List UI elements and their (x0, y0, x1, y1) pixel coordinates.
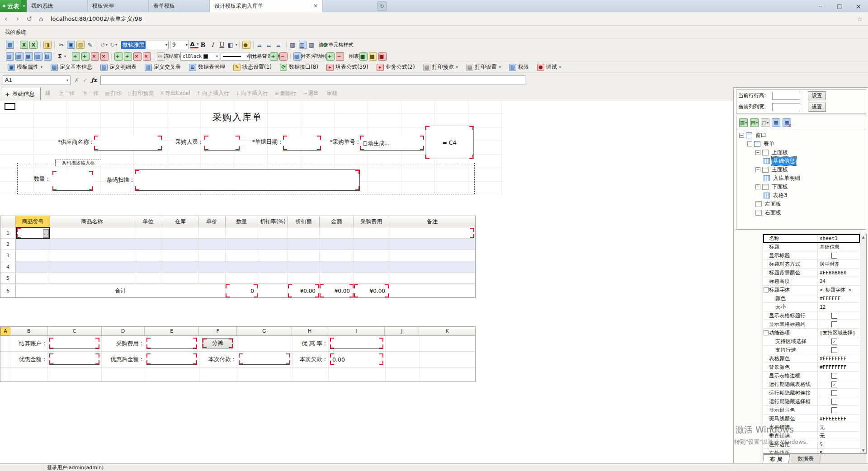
property-row[interactable]: 功能选项 [支持区域选择] (763, 329, 860, 337)
property-value[interactable] (818, 372, 860, 380)
forward-icon[interactable]: › (12, 15, 24, 23)
property-value[interactable]: sheet1 (818, 234, 860, 242)
property-value[interactable] (818, 389, 860, 397)
table-cell[interactable] (50, 239, 134, 250)
debug-button[interactable]: ● 调试 (535, 63, 563, 71)
url-text[interactable]: localhost:88/10002/表单定义/98 (51, 15, 142, 23)
remove-floating-image-icon[interactable]: − (336, 52, 344, 61)
delete-row-icon[interactable]: × (133, 52, 142, 61)
tree-expander-icon[interactable] (755, 184, 760, 189)
insert-row-below-button[interactable]: ↓ 向下插入行 (236, 89, 268, 97)
delete-grid-icon[interactable]: ▦ (783, 118, 791, 127)
align-left-icon[interactable]: ≡ (256, 41, 264, 49)
column-letter[interactable]: B (10, 327, 48, 335)
column-header[interactable]: 单位 (134, 216, 162, 227)
audit-button[interactable]: 审核 (326, 89, 338, 97)
purchase-fee-cell[interactable] (145, 336, 199, 351)
tab-refresh-icon[interactable]: ↻ (377, 1, 387, 11)
font-family-select[interactable]: 微软雅黑▾ (119, 41, 169, 49)
add-floating-image-icon[interactable]: + (326, 52, 335, 61)
tree-expander-icon[interactable] (755, 150, 760, 155)
table-cell[interactable] (198, 227, 226, 238)
underline-icon[interactable]: U (219, 41, 227, 49)
row-height-input[interactable] (772, 92, 800, 100)
table-cell[interactable] (134, 273, 162, 283)
totals-amount-cell[interactable]: ¥0.00 (320, 284, 354, 297)
freeze-panes-button[interactable]: 冻结窗格 (171, 52, 179, 61)
sheet-cell[interactable] (102, 367, 145, 382)
column-header[interactable]: 商品货号 (16, 216, 50, 227)
sheet-cell[interactable] (420, 367, 476, 382)
table-cell[interactable] (16, 261, 50, 272)
save-icon[interactable]: ▦ (6, 41, 14, 49)
property-row[interactable]: 左外边距 5 (763, 440, 860, 449)
column-letter[interactable]: A (0, 327, 10, 335)
property-scrollbar[interactable]: ▲ ▼ (860, 234, 866, 453)
tree-item-label[interactable]: 入库单明细 (772, 174, 802, 183)
settle-account-input[interactable] (49, 338, 99, 349)
remove-chart-icon[interactable]: ▆ (378, 52, 387, 61)
table-cell[interactable] (198, 250, 226, 261)
table-row[interactable]: 3 (0, 250, 475, 261)
property-expander-icon[interactable] (763, 277, 769, 285)
merge-across-icon[interactable]: ▤ (15, 52, 24, 61)
property-row[interactable]: 标题背景颜色 #FF808080 (763, 268, 860, 277)
insert-function-icon[interactable]: ƒx (91, 77, 97, 83)
table-cell[interactable] (198, 261, 226, 272)
row-number[interactable]: 5 (0, 273, 16, 283)
tree-item-label[interactable]: 窗口 (754, 131, 768, 140)
quantity-input[interactable] (52, 171, 93, 191)
property-value[interactable]: 12 (818, 303, 860, 311)
property-value[interactable] (818, 337, 860, 345)
back-icon[interactable]: ‹ (0, 15, 12, 23)
payment-cell[interactable] (237, 352, 292, 367)
property-row[interactable]: 显示标题 (763, 251, 860, 260)
line-style-select[interactable]: ▾ (221, 52, 250, 61)
form-title[interactable]: 采购入库单 (45, 111, 429, 126)
tree-item-label[interactable]: 基础信息 (772, 157, 796, 165)
table-cell[interactable] (134, 239, 162, 250)
tree-item-label[interactable]: 上面板 (770, 148, 789, 157)
delete-row2-icon[interactable]: × (143, 52, 151, 61)
table-cell[interactable] (288, 239, 320, 250)
delete-column2-icon[interactable]: × (100, 52, 108, 61)
settle-account-cell[interactable] (48, 336, 102, 351)
column-header[interactable]: 数量 (226, 216, 258, 227)
property-value[interactable]: #FFFFFFFF (818, 354, 860, 363)
print-preview-button[interactable]: ▯ 打印预览 (128, 89, 154, 97)
tree-item-label[interactable]: 左面板 (764, 200, 783, 208)
table-cell[interactable] (50, 273, 134, 283)
tree-item-label[interactable]: 右面板 (764, 208, 783, 217)
property-expander-icon[interactable] (763, 286, 769, 294)
property-value[interactable]: 5 (818, 440, 860, 448)
property-expander-icon[interactable] (763, 320, 769, 328)
table-cell[interactable] (320, 250, 354, 261)
property-row[interactable]: 显示表格边框 (763, 372, 860, 380)
table-cell[interactable] (162, 239, 198, 250)
discount-amount-input[interactable] (49, 353, 99, 365)
property-value[interactable] (818, 397, 860, 405)
sheet-cell[interactable] (145, 367, 199, 382)
after-discount-input[interactable] (146, 353, 197, 365)
tree-item-bottom-panel[interactable]: 下面板 (736, 183, 866, 191)
totals-fee-cell[interactable]: ¥0.00 (354, 284, 389, 297)
property-value[interactable] (818, 406, 860, 414)
prev-sheet-button[interactable]: 上一张 (57, 89, 75, 97)
move-handle-icon[interactable]: + (5, 91, 10, 98)
tree-expander-icon[interactable] (755, 167, 760, 172)
merge-cells-icon[interactable]: ▥ (6, 52, 14, 61)
tree-item-inbound-detail[interactable]: 入库单明细 (736, 174, 866, 183)
selected-product-code-cell[interactable]: … (16, 227, 50, 239)
tree-item-label[interactable]: 主面板 (770, 165, 789, 174)
confirm-entry-icon[interactable]: ✓ (83, 77, 88, 84)
panel-tab-layout[interactable]: 布 局 (763, 454, 790, 464)
column-letter[interactable]: K (419, 327, 475, 335)
add-grid-icon[interactable]: ▦ (772, 118, 780, 127)
table-cell[interactable] (354, 227, 389, 238)
table-cell[interactable] (354, 261, 389, 272)
table-cell[interactable] (258, 273, 288, 283)
property-row[interactable]: 表格颜色 #FFFFFFFF (763, 354, 860, 363)
insert-row-below-icon[interactable]: + (124, 52, 132, 61)
totals-discount-cell[interactable]: ¥0.00 (288, 284, 320, 297)
property-value[interactable] (818, 320, 860, 328)
